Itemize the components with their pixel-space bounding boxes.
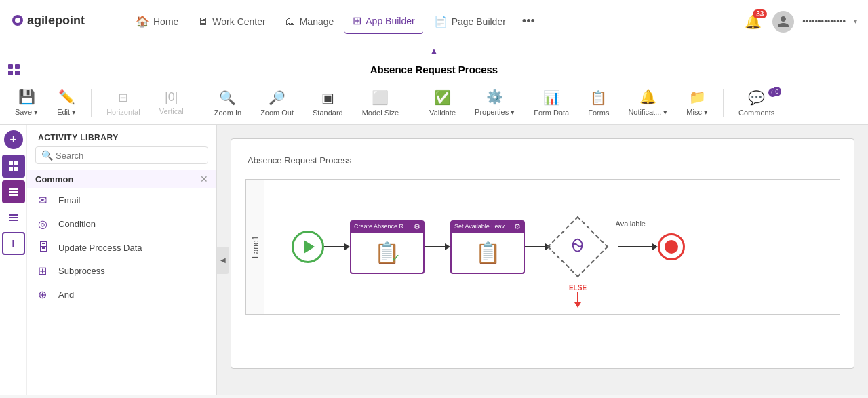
notifications-toolbar-button[interactable]: 🔔 Notificat... ▾	[621, 86, 674, 119]
form-data-button[interactable]: 📊 Form Data	[527, 87, 576, 119]
task-1-header: Create Absence Reque... ⚙	[350, 220, 425, 233]
collapse-arrow[interactable]: ▲	[430, 46, 438, 56]
vertical-label: Vertical	[159, 107, 184, 115]
gateway-available-label: Available	[616, 220, 646, 228]
misc-button[interactable]: 📁 Misc ▾	[679, 86, 715, 119]
common-section-header[interactable]: Common ✕	[27, 170, 216, 188]
gateway-node[interactable]	[547, 216, 609, 278]
comments-label: Comments	[738, 108, 774, 117]
tab-3[interactable]	[2, 206, 25, 229]
zoom-in-button[interactable]: 🔍 Zoom In	[208, 87, 248, 119]
user-name[interactable]: ••••••••••••••	[802, 16, 846, 26]
activity-library-header: ACTIVITY LIBRARY	[27, 125, 216, 146]
tab-4[interactable]: I	[2, 232, 25, 255]
horizontal-button[interactable]: ⊟ Horizontal	[100, 87, 147, 119]
task-1-gear-icon[interactable]: ⚙	[414, 222, 420, 231]
svg-rect-12	[9, 220, 18, 221]
collapse-arrow-bar: ▲	[0, 43, 868, 58]
task-2-header: Set Available Leave ... ⚙	[450, 220, 525, 233]
else-arrow-head-icon	[574, 302, 581, 308]
svg-point-1	[15, 18, 20, 23]
svg-rect-4	[14, 161, 18, 165]
task-node-2[interactable]: Set Available Leave ... ⚙ 📋	[450, 220, 525, 274]
notification-badge: 33	[753, 9, 767, 18]
task-2-body-icon: 📋	[475, 241, 500, 264]
activity-item-and[interactable]: ⊕ And	[27, 283, 216, 306]
page-builder-icon: 📄	[434, 15, 448, 28]
svg-rect-9	[9, 194, 18, 196]
arrow-head-1	[344, 243, 350, 250]
edit-label: Edit ▾	[57, 108, 76, 117]
nav-item-page-builder[interactable]: 📄 Page Builder	[426, 9, 514, 33]
add-activity-button[interactable]: +	[4, 130, 23, 149]
model-size-button[interactable]: ⬜ Model Size	[355, 87, 406, 119]
grid-cell-2	[15, 64, 20, 69]
comments-button[interactable]: 💬 Comments 0	[732, 87, 781, 119]
activity-list: ✉ Email ◎ Condition 🗄 Update Process Dat…	[27, 188, 216, 395]
nav-more-button[interactable]: •••	[517, 12, 540, 31]
nav-item-manage[interactable]: 🗂 Manage	[277, 10, 342, 33]
standard-icon: ▣	[321, 89, 334, 106]
horizontal-icon: ⊟	[118, 90, 128, 105]
logo: agilepoint	[11, 8, 106, 35]
monitor-icon: 🖥	[197, 16, 208, 28]
activity-item-condition-label: Condition	[58, 219, 96, 229]
email-icon: ✉	[38, 194, 52, 207]
search-box: 🔍	[35, 146, 208, 164]
arrow-line-4	[618, 246, 652, 247]
manage-icon: 🗂	[285, 16, 296, 28]
end-event[interactable]	[658, 233, 685, 260]
activity-item-subprocess[interactable]: ⊞ Subprocess	[27, 259, 216, 283]
zoom-out-icon: 🔎	[269, 89, 285, 106]
search-input[interactable]	[56, 151, 202, 161]
toolbar-separator-2	[199, 89, 199, 117]
condition-icon: ◎	[38, 218, 52, 231]
save-button[interactable]: 💾 Save ▾	[8, 86, 45, 119]
nav-item-home[interactable]: 🏠 Home	[127, 9, 186, 33]
activity-item-update-process-data[interactable]: 🗄 Update Process Data	[27, 236, 216, 259]
grid-cell-3	[8, 71, 13, 75]
activity-item-update-process-data-label: Update Process Data	[58, 243, 142, 253]
start-event[interactable]	[292, 231, 324, 263]
section-close-button[interactable]: ✕	[200, 174, 208, 184]
app-builder-icon: ⊞	[353, 14, 361, 27]
nav-item-app-builder[interactable]: ⊞ App Builder	[344, 9, 422, 34]
forms-button[interactable]: 📋 Forms	[581, 87, 616, 119]
edit-button[interactable]: ✏️ Edit ▾	[50, 86, 83, 119]
nav-item-app-builder-label: App Builder	[366, 16, 414, 26]
lane-container: Lane1	[245, 179, 840, 315]
sidebar-collapse-button[interactable]: ◀	[217, 247, 229, 274]
left-side-tabs: + I	[0, 125, 27, 395]
task-1-label: Create Absence Reque...	[354, 223, 412, 230]
zoom-out-button[interactable]: 🔎 Zoom Out	[254, 87, 300, 119]
start-event-play-icon	[304, 240, 315, 254]
activity-item-email-label: Email	[58, 195, 81, 205]
notifications-button[interactable]: 🔔 33	[742, 11, 764, 33]
nav-item-work-center[interactable]: 🖥 Work Center	[189, 10, 273, 33]
zoom-out-label: Zoom Out	[260, 108, 294, 117]
activity-library-tab[interactable]	[2, 155, 25, 178]
task-2-gear-icon[interactable]: ⚙	[514, 222, 521, 231]
process-canvas: Absence Request Process Lane1	[231, 138, 854, 369]
user-menu-chevron[interactable]: ▾	[854, 18, 857, 25]
forms-label: Forms	[588, 108, 609, 117]
nav-right: 🔔 33 •••••••••••••• ▾	[742, 11, 857, 33]
svg-rect-6	[14, 167, 18, 171]
main-layout: + I ACTIVITY LIBRARY 🔍 Common ✕ ✉	[0, 125, 868, 395]
task-2-body: 📋	[450, 233, 525, 274]
task-node-1[interactable]: Create Absence Reque... ⚙ 📋✓	[350, 220, 425, 274]
nav-item-home-label: Home	[153, 16, 178, 27]
top-navigation: agilepoint 🏠 Home 🖥 Work Center 🗂 Manage…	[0, 0, 868, 43]
vertical-button[interactable]: |0| Vertical	[153, 87, 191, 118]
properties-button[interactable]: ⚙️ Properties ▾	[468, 86, 521, 119]
misc-label: Misc ▾	[686, 108, 708, 117]
activity-item-condition[interactable]: ◎ Condition	[27, 212, 216, 236]
end-event-inner	[665, 240, 678, 254]
standard-button[interactable]: ▣ Standard	[306, 87, 350, 119]
tab-2[interactable]	[2, 180, 25, 203]
canvas-area[interactable]: Absence Request Process Lane1	[217, 125, 868, 395]
lane-label: Lane1	[245, 180, 264, 314]
validate-button[interactable]: ✅ Validate	[422, 87, 462, 119]
avatar[interactable]	[772, 11, 794, 33]
activity-item-email[interactable]: ✉ Email	[27, 188, 216, 212]
